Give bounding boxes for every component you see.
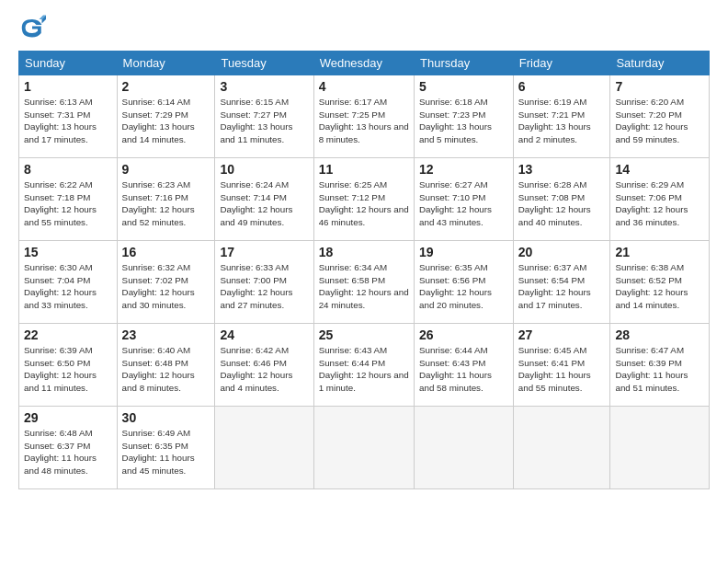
day-number: 2 — [122, 79, 210, 94]
day-number: 3 — [220, 79, 308, 94]
col-monday: Monday — [117, 52, 215, 75]
table-row — [610, 407, 710, 489]
header — [18, 14, 710, 41]
day-info: Sunrise: 6:25 AMSunset: 7:12 PMDaylight:… — [319, 179, 409, 227]
day-info: Sunrise: 6:18 AMSunset: 7:23 PMDaylight:… — [419, 97, 492, 144]
day-info: Sunrise: 6:30 AMSunset: 7:04 PMDaylight:… — [24, 262, 97, 310]
table-row: 7Sunrise: 6:20 AMSunset: 7:20 PMDaylight… — [610, 75, 710, 158]
day-info: Sunrise: 6:28 AMSunset: 7:08 PMDaylight:… — [518, 179, 591, 227]
day-number: 25 — [319, 327, 409, 342]
table-row — [415, 407, 514, 489]
table-row: 27Sunrise: 6:45 AMSunset: 6:41 PMDayligh… — [513, 324, 610, 407]
day-number: 26 — [419, 327, 508, 342]
day-info: Sunrise: 6:38 AMSunset: 6:52 PMDaylight:… — [615, 262, 688, 310]
day-number: 19 — [419, 245, 508, 259]
calendar-row-1: 1Sunrise: 6:13 AMSunset: 7:31 PMDaylight… — [19, 75, 710, 158]
day-info: Sunrise: 6:40 AMSunset: 6:48 PMDaylight:… — [122, 345, 195, 393]
table-row — [513, 407, 610, 489]
day-info: Sunrise: 6:49 AMSunset: 6:35 PMDaylight:… — [122, 428, 195, 476]
table-row: 10Sunrise: 6:24 AMSunset: 7:14 PMDayligh… — [215, 158, 313, 241]
day-info: Sunrise: 6:42 AMSunset: 6:46 PMDaylight:… — [220, 345, 292, 393]
day-number: 14 — [615, 162, 704, 177]
day-info: Sunrise: 6:44 AMSunset: 6:43 PMDaylight:… — [419, 345, 492, 393]
calendar-row-3: 15Sunrise: 6:30 AMSunset: 7:04 PMDayligh… — [19, 241, 710, 324]
day-number: 8 — [24, 162, 112, 177]
calendar-row-4: 22Sunrise: 6:39 AMSunset: 6:50 PMDayligh… — [19, 324, 710, 407]
day-info: Sunrise: 6:23 AMSunset: 7:16 PMDaylight:… — [122, 179, 195, 227]
table-row: 11Sunrise: 6:25 AMSunset: 7:12 PMDayligh… — [313, 158, 414, 241]
table-row — [215, 407, 313, 489]
day-number: 21 — [615, 245, 704, 259]
logo-icon — [18, 14, 46, 41]
table-row: 1Sunrise: 6:13 AMSunset: 7:31 PMDaylight… — [19, 75, 118, 158]
day-info: Sunrise: 6:24 AMSunset: 7:14 PMDaylight:… — [220, 179, 292, 227]
day-info: Sunrise: 6:48 AMSunset: 6:37 PMDaylight:… — [24, 428, 97, 476]
table-row: 18Sunrise: 6:34 AMSunset: 6:58 PMDayligh… — [313, 241, 414, 324]
day-info: Sunrise: 6:19 AMSunset: 7:21 PMDaylight:… — [518, 97, 591, 144]
calendar-row-2: 8Sunrise: 6:22 AMSunset: 7:18 PMDaylight… — [19, 158, 710, 241]
day-number: 4 — [319, 79, 409, 94]
table-row: 15Sunrise: 6:30 AMSunset: 7:04 PMDayligh… — [19, 241, 118, 324]
day-info: Sunrise: 6:22 AMSunset: 7:18 PMDaylight:… — [24, 179, 97, 227]
table-row: 30Sunrise: 6:49 AMSunset: 6:35 PMDayligh… — [117, 407, 215, 489]
day-info: Sunrise: 6:37 AMSunset: 6:54 PMDaylight:… — [518, 262, 591, 310]
col-thursday: Thursday — [415, 52, 514, 75]
day-info: Sunrise: 6:47 AMSunset: 6:39 PMDaylight:… — [615, 345, 688, 393]
day-info: Sunrise: 6:14 AMSunset: 7:29 PMDaylight:… — [122, 97, 195, 144]
day-info: Sunrise: 6:43 AMSunset: 6:44 PMDaylight:… — [319, 345, 409, 393]
day-number: 1 — [24, 79, 112, 94]
day-number: 27 — [518, 327, 606, 342]
day-info: Sunrise: 6:27 AMSunset: 7:10 PMDaylight:… — [419, 179, 492, 227]
day-number: 17 — [220, 245, 308, 259]
day-info: Sunrise: 6:15 AMSunset: 7:27 PMDaylight:… — [220, 97, 292, 144]
day-number: 29 — [24, 410, 112, 425]
table-row: 17Sunrise: 6:33 AMSunset: 7:00 PMDayligh… — [215, 241, 313, 324]
table-row: 26Sunrise: 6:44 AMSunset: 6:43 PMDayligh… — [415, 324, 514, 407]
table-row: 13Sunrise: 6:28 AMSunset: 7:08 PMDayligh… — [513, 158, 610, 241]
day-number: 30 — [122, 410, 210, 425]
day-number: 7 — [615, 79, 704, 94]
col-wednesday: Wednesday — [313, 52, 414, 75]
table-row: 21Sunrise: 6:38 AMSunset: 6:52 PMDayligh… — [610, 241, 710, 324]
day-number: 22 — [24, 327, 112, 342]
calendar-header-row: Sunday Monday Tuesday Wednesday Thursday… — [19, 52, 710, 75]
table-row: 29Sunrise: 6:48 AMSunset: 6:37 PMDayligh… — [19, 407, 118, 489]
table-row: 19Sunrise: 6:35 AMSunset: 6:56 PMDayligh… — [415, 241, 514, 324]
day-number: 9 — [122, 162, 210, 177]
table-row: 4Sunrise: 6:17 AMSunset: 7:25 PMDaylight… — [313, 75, 414, 158]
table-row: 3Sunrise: 6:15 AMSunset: 7:27 PMDaylight… — [215, 75, 313, 158]
table-row: 23Sunrise: 6:40 AMSunset: 6:48 PMDayligh… — [117, 324, 215, 407]
day-number: 13 — [518, 162, 606, 177]
day-info: Sunrise: 6:17 AMSunset: 7:25 PMDaylight:… — [319, 97, 409, 144]
page: Sunday Monday Tuesday Wednesday Thursday… — [0, 0, 728, 563]
day-number: 10 — [220, 162, 308, 177]
day-info: Sunrise: 6:32 AMSunset: 7:02 PMDaylight:… — [122, 262, 195, 310]
day-info: Sunrise: 6:20 AMSunset: 7:20 PMDaylight:… — [615, 97, 688, 144]
table-row: 28Sunrise: 6:47 AMSunset: 6:39 PMDayligh… — [610, 324, 710, 407]
col-saturday: Saturday — [610, 52, 710, 75]
day-info: Sunrise: 6:39 AMSunset: 6:50 PMDaylight:… — [24, 345, 97, 393]
table-row: 9Sunrise: 6:23 AMSunset: 7:16 PMDaylight… — [117, 158, 215, 241]
day-number: 12 — [419, 162, 508, 177]
table-row: 24Sunrise: 6:42 AMSunset: 6:46 PMDayligh… — [215, 324, 313, 407]
day-number: 11 — [319, 162, 409, 177]
day-number: 23 — [122, 327, 210, 342]
col-friday: Friday — [513, 52, 610, 75]
day-info: Sunrise: 6:45 AMSunset: 6:41 PMDaylight:… — [518, 345, 591, 393]
table-row: 25Sunrise: 6:43 AMSunset: 6:44 PMDayligh… — [313, 324, 414, 407]
day-number: 18 — [319, 245, 409, 259]
table-row: 22Sunrise: 6:39 AMSunset: 6:50 PMDayligh… — [19, 324, 118, 407]
col-sunday: Sunday — [19, 52, 118, 75]
day-number: 28 — [615, 327, 704, 342]
table-row: 20Sunrise: 6:37 AMSunset: 6:54 PMDayligh… — [513, 241, 610, 324]
table-row: 16Sunrise: 6:32 AMSunset: 7:02 PMDayligh… — [117, 241, 215, 324]
table-row: 5Sunrise: 6:18 AMSunset: 7:23 PMDaylight… — [415, 75, 514, 158]
day-number: 6 — [518, 79, 606, 94]
day-number: 24 — [220, 327, 308, 342]
logo — [18, 14, 50, 41]
table-row: 14Sunrise: 6:29 AMSunset: 7:06 PMDayligh… — [610, 158, 710, 241]
day-number: 20 — [518, 245, 606, 259]
calendar-row-5: 29Sunrise: 6:48 AMSunset: 6:37 PMDayligh… — [19, 407, 710, 489]
day-number: 16 — [122, 245, 210, 259]
calendar-table: Sunday Monday Tuesday Wednesday Thursday… — [18, 51, 710, 489]
